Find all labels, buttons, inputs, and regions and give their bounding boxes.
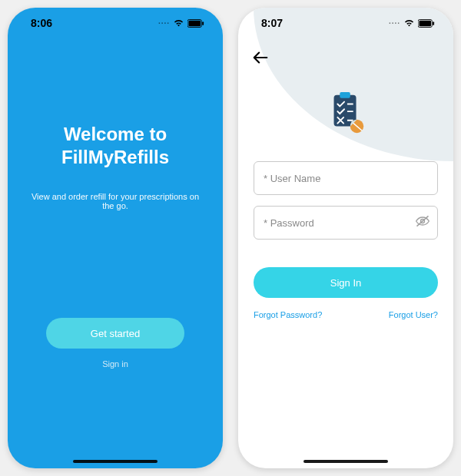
signin-form: Sign In Forgot Password? Forgot User? [238,141,453,319]
svg-rect-7 [340,92,350,98]
status-bar: 8:07 ···· [238,8,453,38]
forgot-user-link[interactable]: Forgot User? [389,310,438,319]
password-field-wrap [254,206,438,240]
status-bar: 8:06 ···· [8,8,223,38]
svg-rect-2 [202,21,204,25]
cellular-icon: ···· [158,19,170,28]
cellular-icon: ···· [389,19,400,28]
back-button[interactable] [252,51,269,68]
password-visibility-toggle-icon[interactable] [415,214,430,231]
battery-icon [418,19,435,28]
app-illustration [238,91,453,141]
welcome-content: Welcome to FillMyRefills View and order … [8,123,223,210]
forgot-password-link[interactable]: Forgot Password? [254,310,322,319]
welcome-subtitle: View and order refill for your prescript… [26,192,204,210]
signin-screen: 8:07 ···· [238,8,453,468]
username-input[interactable] [254,161,438,195]
welcome-title-line2: FillMyRefills [26,146,204,169]
password-input[interactable] [254,206,438,240]
clipboard-pill-icon [323,91,368,141]
signin-button[interactable]: Sign In [254,267,438,298]
svg-rect-5 [433,21,434,25]
battery-icon [187,19,204,28]
help-links: Forgot Password? Forgot User? [254,310,438,319]
status-time: 8:06 [31,17,52,29]
signin-link[interactable]: Sign in [38,359,192,369]
get-started-button[interactable]: Get started [46,318,184,349]
welcome-title: Welcome to FillMyRefills [26,123,204,169]
status-right-cluster: ···· [158,18,204,28]
username-field-wrap [254,161,438,195]
svg-rect-4 [419,20,431,25]
welcome-title-line1: Welcome to [26,123,204,146]
welcome-actions: Get started Sign in [8,318,223,369]
wifi-icon [403,18,415,28]
home-indicator [73,460,158,463]
status-time: 8:07 [261,17,283,29]
svg-rect-1 [188,20,201,25]
status-right-cluster: ···· [389,18,435,28]
home-indicator [303,460,388,463]
welcome-screen: 8:06 ···· Welcome to FillMyRefills View … [8,8,223,468]
wifi-icon [173,18,184,28]
